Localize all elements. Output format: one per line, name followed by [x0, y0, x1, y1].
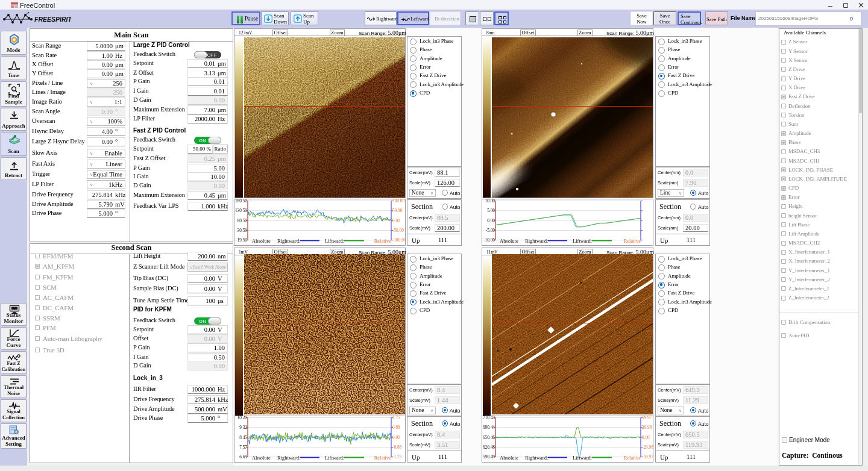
svg-text:130.50: 130.50 [235, 208, 247, 213]
svg-text:0.88: 0.88 [392, 425, 400, 430]
svg-text:-1.75: -1.75 [392, 454, 402, 460]
svg-text:Relative: Relative [374, 455, 392, 461]
svg-text:80.50: 80.50 [237, 218, 248, 223]
svg-text:FREESPIRIT: FREESPIRIT [34, 16, 71, 23]
svg-text:29.98: 29.98 [642, 425, 652, 430]
svg-text:Liftward:: Liftward: [325, 238, 344, 244]
svg-text:Absolute: Absolute [252, 455, 271, 461]
svg-text:50.00: 50.00 [392, 208, 403, 213]
svg-text:100.00: 100.00 [392, 199, 404, 204]
svg-text:710.43: 710.43 [483, 416, 495, 420]
svg-text:-19.50: -19.50 [236, 237, 247, 243]
svg-text:-29.98: -29.98 [642, 444, 653, 450]
svg-text:590.49: 590.49 [483, 454, 495, 460]
svg-text:0.00: 0.00 [642, 435, 650, 440]
svg-text:-59.97: -59.97 [642, 454, 653, 460]
svg-text:-0.88: -0.88 [392, 444, 402, 450]
svg-text:Absolute: Absolute [252, 238, 271, 244]
svg-text:0.00: 0.00 [392, 218, 400, 223]
svg-text:1.75: 1.75 [392, 416, 400, 420]
svg-text:30.50: 30.50 [237, 228, 248, 233]
svg-text:-50.00: -50.00 [392, 228, 404, 233]
svg-text:-10.00: -10.00 [483, 237, 495, 243]
svg-text:620.48: 620.48 [483, 444, 495, 450]
svg-text:Liftward:: Liftward: [325, 455, 344, 461]
svg-text:Relative: Relative [624, 455, 641, 461]
svg-text:Absolute: Absolute [500, 238, 518, 244]
svg-text:Relative: Relative [624, 238, 641, 244]
svg-text:Relative: Relative [374, 238, 392, 244]
svg-text:Liftward:: Liftward: [573, 455, 592, 461]
svg-text:Rightward:: Rightward: [525, 455, 548, 461]
svg-text:10.20: 10.20 [237, 416, 248, 420]
svg-text:59.97: 59.97 [642, 416, 652, 420]
svg-text:680.44: 680.44 [483, 425, 495, 430]
svg-text:650.46: 650.46 [483, 435, 495, 440]
svg-text:Liftward:: Liftward: [573, 238, 592, 244]
svg-text:180.50: 180.50 [235, 199, 247, 204]
svg-text:Rightward:: Rightward: [525, 238, 548, 244]
svg-text:Absolute: Absolute [500, 455, 518, 461]
svg-text:Rightward:: Rightward: [277, 238, 300, 244]
svg-text:-100.00: -100.00 [392, 237, 406, 243]
svg-text:0.00: 0.00 [392, 435, 400, 440]
svg-text:Rightward:: Rightward: [277, 455, 300, 461]
svg-text:10.00: 10.00 [485, 199, 495, 204]
